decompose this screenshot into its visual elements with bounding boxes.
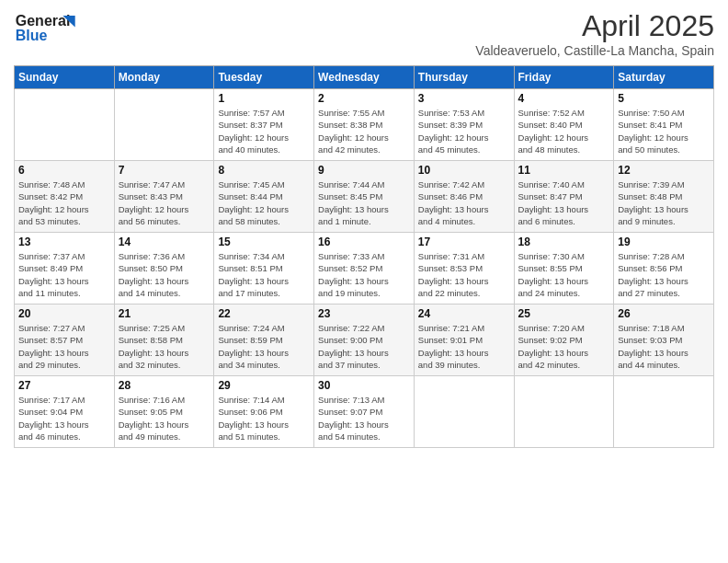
header: General Blue April 2025 Valdeaveruelo, C…	[14, 9, 714, 58]
day-number: 10	[418, 164, 510, 177]
calendar-cell: 28Sunrise: 7:16 AM Sunset: 9:05 PM Dayli…	[114, 376, 214, 448]
calendar-cell: 13Sunrise: 7:37 AM Sunset: 8:49 PM Dayli…	[15, 233, 115, 304]
calendar-cell	[614, 376, 714, 448]
day-number: 2	[318, 92, 410, 105]
day-number: 9	[318, 164, 410, 177]
day-number: 16	[318, 236, 410, 248]
day-number: 8	[218, 164, 310, 177]
calendar-week-5: 27Sunrise: 7:17 AM Sunset: 9:04 PM Dayli…	[15, 376, 714, 448]
calendar-cell: 18Sunrise: 7:30 AM Sunset: 8:55 PM Dayli…	[514, 233, 614, 304]
calendar-week-2: 6Sunrise: 7:48 AM Sunset: 8:42 PM Daylig…	[15, 161, 714, 233]
day-number: 27	[18, 379, 110, 392]
svg-text:General: General	[16, 13, 71, 29]
calendar-cell: 17Sunrise: 7:31 AM Sunset: 8:53 PM Dayli…	[414, 233, 514, 304]
day-info: Sunrise: 7:21 AM Sunset: 9:01 PM Dayligh…	[418, 322, 510, 371]
day-number: 1	[218, 92, 310, 105]
col-thursday: Thursday	[414, 66, 514, 89]
logo-icon: General Blue	[14, 9, 87, 46]
calendar-cell: 6Sunrise: 7:48 AM Sunset: 8:42 PM Daylig…	[15, 161, 115, 233]
calendar-cell: 19Sunrise: 7:28 AM Sunset: 8:56 PM Dayli…	[614, 233, 714, 304]
calendar-cell: 29Sunrise: 7:14 AM Sunset: 9:06 PM Dayli…	[214, 376, 314, 448]
calendar-cell: 26Sunrise: 7:18 AM Sunset: 9:03 PM Dayli…	[614, 304, 714, 376]
col-sunday: Sunday	[15, 66, 115, 89]
day-info: Sunrise: 7:36 AM Sunset: 8:50 PM Dayligh…	[119, 250, 210, 299]
day-info: Sunrise: 7:57 AM Sunset: 8:37 PM Dayligh…	[218, 107, 310, 155]
day-info: Sunrise: 7:48 AM Sunset: 8:42 PM Dayligh…	[18, 178, 110, 227]
calendar-cell: 25Sunrise: 7:20 AM Sunset: 9:02 PM Dayli…	[514, 304, 614, 376]
day-number: 18	[518, 236, 610, 248]
day-number: 22	[218, 307, 310, 320]
day-info: Sunrise: 7:50 AM Sunset: 8:41 PM Dayligh…	[618, 107, 710, 155]
calendar-cell: 20Sunrise: 7:27 AM Sunset: 8:57 PM Dayli…	[15, 304, 115, 376]
day-info: Sunrise: 7:33 AM Sunset: 8:52 PM Dayligh…	[318, 250, 410, 299]
day-info: Sunrise: 7:18 AM Sunset: 9:03 PM Dayligh…	[618, 322, 710, 371]
day-number: 15	[218, 236, 310, 248]
calendar-cell: 4Sunrise: 7:52 AM Sunset: 8:40 PM Daylig…	[514, 89, 614, 161]
header-row: Sunday Monday Tuesday Wednesday Thursday…	[15, 66, 714, 89]
day-number: 25	[518, 307, 610, 320]
calendar-cell: 8Sunrise: 7:45 AM Sunset: 8:44 PM Daylig…	[214, 161, 314, 233]
day-info: Sunrise: 7:47 AM Sunset: 8:43 PM Dayligh…	[119, 178, 210, 227]
day-number: 14	[119, 236, 210, 248]
col-tuesday: Tuesday	[214, 66, 314, 89]
day-info: Sunrise: 7:44 AM Sunset: 8:45 PM Dayligh…	[318, 178, 410, 227]
calendar-cell: 14Sunrise: 7:36 AM Sunset: 8:50 PM Dayli…	[114, 233, 214, 304]
day-number: 4	[518, 92, 610, 105]
calendar-cell: 11Sunrise: 7:40 AM Sunset: 8:47 PM Dayli…	[514, 161, 614, 233]
calendar-cell: 30Sunrise: 7:13 AM Sunset: 9:07 PM Dayli…	[314, 376, 415, 448]
calendar-cell	[15, 89, 115, 161]
day-info: Sunrise: 7:52 AM Sunset: 8:40 PM Dayligh…	[518, 107, 610, 155]
day-number: 26	[618, 307, 710, 320]
day-number: 12	[618, 164, 710, 177]
calendar-cell	[114, 89, 214, 161]
calendar-cell: 21Sunrise: 7:25 AM Sunset: 8:58 PM Dayli…	[114, 304, 214, 376]
day-number: 29	[218, 379, 310, 392]
calendar-cell	[414, 376, 514, 448]
calendar-cell: 2Sunrise: 7:55 AM Sunset: 8:38 PM Daylig…	[314, 89, 415, 161]
day-info: Sunrise: 7:17 AM Sunset: 9:04 PM Dayligh…	[18, 394, 110, 442]
day-info: Sunrise: 7:28 AM Sunset: 8:56 PM Dayligh…	[618, 250, 710, 299]
col-wednesday: Wednesday	[314, 66, 415, 89]
calendar-cell: 9Sunrise: 7:44 AM Sunset: 8:45 PM Daylig…	[314, 161, 415, 233]
logo: General Blue	[14, 9, 87, 46]
day-number: 30	[318, 379, 410, 392]
day-number: 17	[418, 236, 510, 248]
calendar-cell: 12Sunrise: 7:39 AM Sunset: 8:48 PM Dayli…	[614, 161, 714, 233]
day-info: Sunrise: 7:42 AM Sunset: 8:46 PM Dayligh…	[418, 178, 510, 227]
day-info: Sunrise: 7:53 AM Sunset: 8:39 PM Dayligh…	[418, 107, 510, 155]
day-info: Sunrise: 7:13 AM Sunset: 9:07 PM Dayligh…	[318, 394, 410, 442]
calendar-cell: 24Sunrise: 7:21 AM Sunset: 9:01 PM Dayli…	[414, 304, 514, 376]
calendar-cell: 7Sunrise: 7:47 AM Sunset: 8:43 PM Daylig…	[114, 161, 214, 233]
col-saturday: Saturday	[614, 66, 714, 89]
calendar-week-3: 13Sunrise: 7:37 AM Sunset: 8:49 PM Dayli…	[15, 233, 714, 304]
day-info: Sunrise: 7:39 AM Sunset: 8:48 PM Dayligh…	[618, 178, 710, 227]
day-info: Sunrise: 7:31 AM Sunset: 8:53 PM Dayligh…	[418, 250, 510, 299]
day-info: Sunrise: 7:37 AM Sunset: 8:49 PM Dayligh…	[18, 250, 110, 299]
day-number: 21	[119, 307, 210, 320]
main-title: April 2025	[475, 9, 714, 43]
calendar-cell: 16Sunrise: 7:33 AM Sunset: 8:52 PM Dayli…	[314, 233, 415, 304]
day-number: 5	[618, 92, 710, 105]
day-number: 24	[418, 307, 510, 320]
day-info: Sunrise: 7:25 AM Sunset: 8:58 PM Dayligh…	[119, 322, 210, 371]
calendar-week-1: 1Sunrise: 7:57 AM Sunset: 8:37 PM Daylig…	[15, 89, 714, 161]
calendar-cell: 27Sunrise: 7:17 AM Sunset: 9:04 PM Dayli…	[15, 376, 115, 448]
day-info: Sunrise: 7:40 AM Sunset: 8:47 PM Dayligh…	[518, 178, 610, 227]
page: General Blue April 2025 Valdeaveruelo, C…	[0, 0, 728, 563]
day-number: 23	[318, 307, 410, 320]
day-number: 13	[18, 236, 110, 248]
day-info: Sunrise: 7:34 AM Sunset: 8:51 PM Dayligh…	[218, 250, 310, 299]
calendar-cell: 23Sunrise: 7:22 AM Sunset: 9:00 PM Dayli…	[314, 304, 415, 376]
day-number: 20	[18, 307, 110, 320]
subtitle: Valdeaveruelo, Castille-La Mancha, Spain	[475, 43, 714, 58]
calendar-cell: 10Sunrise: 7:42 AM Sunset: 8:46 PM Dayli…	[414, 161, 514, 233]
calendar-cell: 5Sunrise: 7:50 AM Sunset: 8:41 PM Daylig…	[614, 89, 714, 161]
calendar-cell: 15Sunrise: 7:34 AM Sunset: 8:51 PM Dayli…	[214, 233, 314, 304]
day-number: 6	[18, 164, 110, 177]
calendar-cell: 3Sunrise: 7:53 AM Sunset: 8:39 PM Daylig…	[414, 89, 514, 161]
day-number: 3	[418, 92, 510, 105]
day-number: 19	[618, 236, 710, 248]
calendar-cell: 1Sunrise: 7:57 AM Sunset: 8:37 PM Daylig…	[214, 89, 314, 161]
day-info: Sunrise: 7:30 AM Sunset: 8:55 PM Dayligh…	[518, 250, 610, 299]
day-number: 7	[119, 164, 210, 177]
